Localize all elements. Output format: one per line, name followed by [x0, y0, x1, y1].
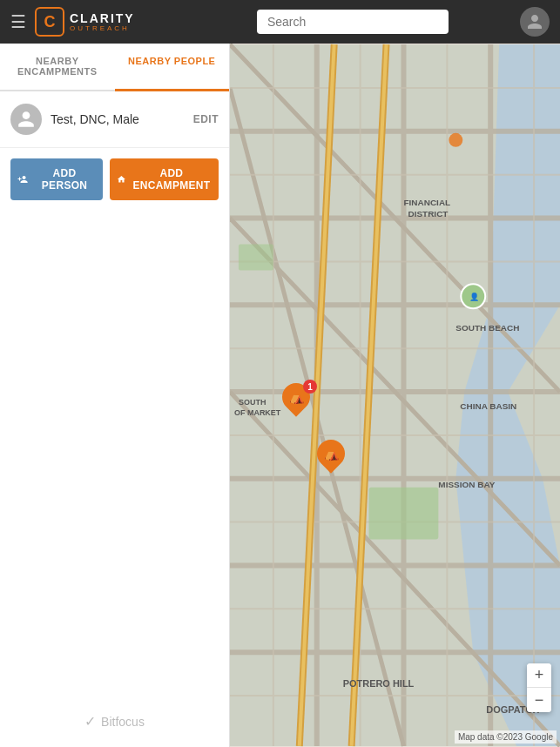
bitfocus-name: Bitfocus	[101, 715, 145, 729]
search-container	[257, 10, 449, 34]
svg-rect-33	[239, 244, 273, 270]
map-container[interactable]: FINANCIAL DISTRICT SOUTH BEACH CHINA BAS…	[230, 44, 560, 747]
svg-text:SOUTH: SOUTH	[239, 398, 266, 407]
zoom-controls: + −	[527, 663, 551, 712]
sidebar: NEARBY ENCAMPMENTS NEARBY PEOPLE Test, D…	[0, 44, 230, 747]
bitfocus-branding: ✓ Bitfocus	[0, 696, 229, 747]
person-name: Test, DNC, Male	[51, 112, 193, 126]
map-attribution: Map data ©2023 Google	[455, 730, 557, 744]
add-encampment-icon	[117, 173, 126, 185]
svg-text:MISSION BAY: MISSION BAY	[438, 480, 495, 489]
logo-text: CLARITY OUTREACH	[70, 12, 135, 32]
map-marker-2[interactable]: ⛺	[317, 440, 348, 471]
logo-subtitle: OUTREACH	[70, 24, 135, 32]
add-person-icon	[17, 173, 28, 185]
zoom-out-button[interactable]: −	[527, 688, 551, 712]
logo-box: C	[35, 7, 64, 37]
person-icon	[17, 110, 36, 129]
user-icon	[526, 13, 543, 30]
map-marker-1[interactable]: ⛺ 1	[282, 383, 314, 414]
menu-icon[interactable]: ☰	[10, 11, 26, 32]
zoom-in-button[interactable]: +	[527, 663, 551, 688]
svg-text:DISTRICT: DISTRICT	[408, 209, 448, 219]
add-person-label: ADD PERSON	[33, 167, 96, 192]
tab-nearby-people[interactable]: NEARBY PEOPLE	[115, 44, 230, 91]
svg-text:POTRERO HILL: POTRERO HILL	[343, 678, 415, 689]
add-person-button[interactable]: ADD PERSON	[10, 158, 103, 200]
logo-title: CLARITY	[70, 12, 135, 24]
svg-text:CHINA BASIN: CHINA BASIN	[460, 401, 516, 411]
svg-text:OF MARKET: OF MARKET	[234, 408, 281, 417]
person-row: Test, DNC, Male EDIT	[0, 91, 229, 148]
main-content: NEARBY ENCAMPMENTS NEARBY PEOPLE Test, D…	[0, 44, 560, 747]
app-header: ☰ C CLARITY OUTREACH	[0, 0, 560, 44]
svg-rect-32	[369, 488, 439, 540]
map-svg: FINANCIAL DISTRICT SOUTH BEACH CHINA BAS…	[230, 44, 560, 747]
tab-nearby-encampments[interactable]: NEARBY ENCAMPMENTS	[0, 44, 115, 91]
action-buttons: ADD PERSON ADD ENCAMPMENT	[0, 148, 229, 211]
svg-text:FINANCIAL: FINANCIAL	[403, 198, 450, 207]
avatar	[10, 104, 42, 135]
search-input[interactable]	[257, 10, 449, 34]
add-encampment-label: ADD ENCAMPMENT	[132, 167, 212, 192]
svg-text:👤: 👤	[469, 292, 480, 302]
logo: C CLARITY OUTREACH	[35, 7, 135, 37]
tabs-bar: NEARBY ENCAMPMENTS NEARBY PEOPLE	[0, 44, 229, 91]
logo-letter: C	[44, 13, 56, 31]
add-encampment-button[interactable]: ADD ENCAMPMENT	[110, 158, 219, 200]
edit-link[interactable]: EDIT	[193, 113, 219, 125]
user-avatar[interactable]	[520, 7, 550, 37]
svg-point-43	[449, 133, 462, 147]
bitfocus-check: ✓	[84, 713, 96, 730]
svg-text:SOUTH BEACH: SOUTH BEACH	[455, 323, 519, 333]
